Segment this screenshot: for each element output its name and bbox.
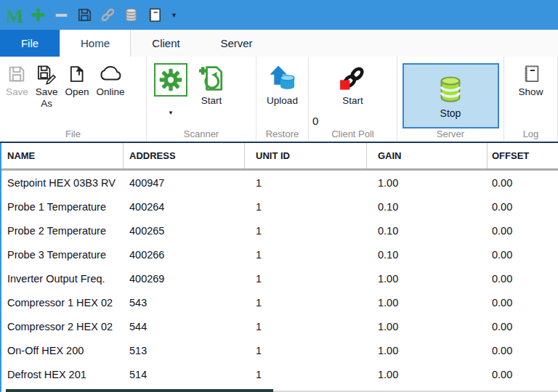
tab-file[interactable]: File [0,30,60,57]
cloud-icon [99,63,122,85]
ribbon-group-scanner: ▼ Start Scanner [147,57,256,142]
partial-next-row [6,389,273,392]
server-stop-label: Stop [440,107,461,119]
scanner-dropdown-icon[interactable]: ▼ [154,110,187,116]
restore-group-label: Restore [256,128,308,142]
cell-name: Probe 2 Temperature [1,225,124,237]
cell-gain: 1.00 [367,321,488,332]
cell-offset: 0.00 [488,225,558,237]
database-icon[interactable] [121,5,141,25]
table-row[interactable]: Compressor 1 HEX 02 543 1 1.00 0.00 [1,290,558,314]
cell-unit-id: 1 [245,177,367,189]
ribbon-tabstrip: File Home Client Server [0,30,558,57]
cell-name: Probe 1 Temperature [1,201,124,213]
file-group-label: File [0,128,146,142]
scanner-start-button[interactable]: Start [193,60,230,110]
cell-gain: 1.00 [367,369,488,380]
column-header-offset[interactable]: OFFSET [488,143,558,168]
ribbon-group-client-poll: Start Client Poll [309,57,397,142]
save-icon[interactable] [75,5,94,25]
column-header-gain[interactable]: GAIN [367,143,488,168]
table-row[interactable]: On-Off HEX 200 513 1 1.00 0.00 [1,338,558,362]
notebook-icon[interactable] [145,5,164,25]
poll-counter: 0 [312,115,318,127]
app-logo: M [5,5,25,25]
red-square [340,80,349,89]
ribbon-group-server: Stop Server [397,57,504,142]
tab-client[interactable]: Client [131,30,201,57]
cell-offset: 0.00 [488,297,558,309]
scanner-start-label: Start [201,95,222,107]
tab-home[interactable]: Home [60,30,131,57]
scan-start-icon [196,63,227,94]
cell-offset: 0.00 [488,321,558,332]
upload-label: Upload [267,95,298,107]
cell-unit-id: 1 [245,297,367,309]
table-header-row: NAME ADDRESS UNIT ID GAIN OFFSET [1,143,558,171]
cell-address: 400266 [124,249,245,261]
client-poll-start-button[interactable]: Start [334,60,372,110]
client-poll-group-label: Client Poll [309,128,397,142]
cell-name: Compressor 1 HEX 02 [1,297,124,309]
table-row[interactable]: Setpoint HEX 03B3 RV 400947 1 1.00 0.00 [1,171,558,195]
open-button[interactable]: Open [62,60,92,101]
ribbon-group-restore: Upload Restore [256,57,309,142]
remove-icon[interactable] [52,5,71,25]
cell-offset: 0.00 [488,201,558,213]
cell-gain: 0.10 [367,225,488,237]
cell-gain: 1.00 [367,345,488,356]
table-row[interactable]: Probe 3 Temperature 400266 1 0.10 0.00 [1,242,558,266]
cell-name: Setpoint HEX 03B3 RV [1,177,124,189]
log-notebook-icon [520,63,542,85]
cell-name: Inverter Output Freq. [1,273,124,285]
cell-unit-id: 1 [245,249,367,261]
table-row[interactable]: Probe 2 Temperature 400265 1 0.10 0.00 [1,219,558,242]
log-show-label: Show [519,86,543,98]
cell-name: Probe 3 Temperature [1,249,124,261]
table-row[interactable]: Compressor 2 HEX 02 544 1 1.00 0.00 [1,314,558,338]
table-row[interactable]: Inverter Output Freq. 400269 1 1.00 0.00 [1,266,558,290]
cell-offset: 0.00 [488,273,558,285]
scanner-group-label: Scanner [147,128,256,142]
cell-offset: 0.00 [488,177,558,189]
column-header-address[interactable]: ADDRESS [124,143,245,168]
table-row[interactable]: Defrost HEX 201 514 1 1.00 0.00 [1,362,558,386]
column-header-unit-id[interactable]: UNIT ID [245,143,367,168]
tab-server[interactable]: Server [201,30,272,57]
cell-address: 400264 [124,201,245,213]
cell-name: On-Off HEX 200 [1,345,124,356]
cell-gain: 1.00 [367,177,488,189]
save-as-button[interactable]: SaveAs [33,60,61,113]
cell-name: Compressor 2 HEX 02 [1,321,124,332]
cell-address: 514 [124,369,245,380]
cell-unit-id: 1 [245,345,367,356]
cell-address: 400947 [124,177,245,189]
title-bar: M [0,0,558,30]
cell-unit-id: 1 [245,201,367,213]
cell-gain: 0.10 [367,201,488,213]
log-show-button[interactable]: Show [516,60,546,101]
cell-offset: 0.00 [488,369,558,380]
column-header-name[interactable]: NAME [1,143,124,168]
cell-gain: 1.00 [367,297,488,309]
logo-letter: M [6,5,24,25]
online-label: Online [97,86,125,98]
upload-button[interactable]: Upload [264,60,302,110]
toolbar-dropdown-icon[interactable]: ▼ [171,12,177,19]
cell-offset: 0.00 [488,249,558,261]
save-icon [7,63,27,85]
save-as-icon [36,63,57,85]
cell-unit-id: 1 [245,225,367,237]
cell-unit-id: 1 [245,321,367,332]
server-stop-button[interactable]: Stop [403,63,499,128]
upload-icon [267,63,299,94]
cell-address: 400269 [124,273,245,285]
open-label: Open [65,86,89,98]
link-icon[interactable] [98,5,118,25]
table-row[interactable]: Probe 1 Temperature 400264 1 0.10 0.00 [1,195,558,219]
server-database-icon [434,73,467,106]
save-button[interactable]: Save [3,60,31,101]
scanner-settings-button[interactable] [154,63,187,97]
add-icon[interactable] [28,5,48,25]
online-button[interactable]: Online [94,60,128,101]
